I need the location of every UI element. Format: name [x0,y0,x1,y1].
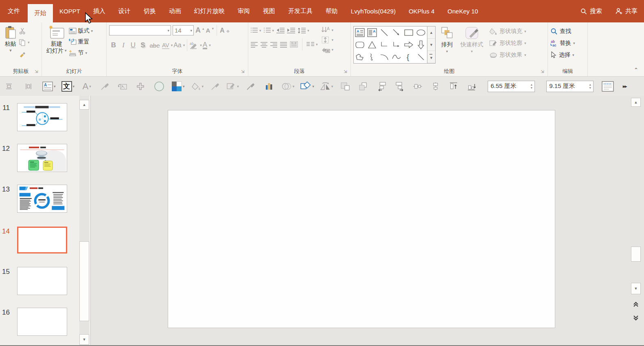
panel-scroll-thumb[interactable] [79,241,89,321]
combine-shapes-button[interactable]: ▾ [300,80,314,93]
tab-review[interactable]: 审阅 [231,0,256,22]
shape-effects-button[interactable]: 形状效果 ▾ [489,50,526,60]
increase-indent-button[interactable] [287,25,295,36]
shape-height-spinner[interactable]: ▲▼ [589,83,593,90]
strikethrough-button[interactable]: abe [148,42,161,49]
shape-elbow-arrow-connector[interactable] [390,39,403,51]
theme-colors-button[interactable]: ▾ [171,80,185,93]
format-painter-button[interactable] [19,48,30,59]
shape-curve[interactable] [390,51,403,63]
highlight-color-button[interactable]: ab ▾ [189,40,202,51]
character-spacing-button[interactable]: AV ▾ [162,40,173,51]
slide-thumbnail-14-selected[interactable] [17,227,67,253]
canvas-scroll-thumb[interactable] [631,247,641,262]
shape-right-arrow[interactable] [403,39,415,51]
tab-design[interactable]: 设计 [112,0,137,22]
tab-slideshow[interactable]: 幻灯片放映 [188,0,231,22]
align-left-button[interactable] [251,42,258,47]
paste-button[interactable]: 粘贴 ▼ [2,24,19,59]
anchor-cross-button[interactable] [135,80,146,93]
shape-scribble[interactable] [366,51,378,63]
textbox-style-button[interactable] [602,80,614,93]
tab-home[interactable]: 开始 [28,4,53,22]
circle-tool-button[interactable] [153,80,165,93]
shape-outline-button[interactable]: 形状轮廓 ▾ [489,38,526,48]
line-spacing-button[interactable]: ▾ [298,25,309,36]
slide-thumbnail-13[interactable] [17,185,67,213]
toolbar-overflow-button[interactable]: ▸▸ [619,80,630,93]
columns-button[interactable]: ▾ [307,39,318,50]
shape-triangle[interactable] [366,39,378,51]
align-center-h-button[interactable] [3,80,15,93]
eyedropper-2-button[interactable] [209,80,221,93]
canvas-scroll-track[interactable] [631,98,641,297]
convert-smartart-button[interactable]: ▾ [321,46,334,54]
replace-button[interactable]: abac 替换 ▾ [550,38,586,48]
underline-button[interactable]: U [129,41,138,49]
shape-line[interactable] [378,26,390,39]
distribute-button[interactable] [290,39,298,50]
fill-bucket-button[interactable]: ▾ [191,80,204,93]
paste-as-picture-button[interactable] [117,80,128,93]
cut-button[interactable] [19,26,30,36]
font-color-button[interactable]: A ▾ [203,40,211,51]
share-button[interactable]: 共享 [609,0,644,22]
shape-rounded-rectangle[interactable] [354,39,366,51]
tab-lvyhtools[interactable]: LvyhTools(0429) [344,0,402,22]
bold-button[interactable]: B [109,41,118,49]
panel-scrollbar[interactable]: ▲ ▼ [79,96,89,346]
font-style-a-button[interactable]: A ▾ [81,80,92,93]
shape-arrow[interactable] [390,26,403,39]
tab-transitions[interactable]: 切换 [137,0,162,22]
shrink-font-button[interactable]: A▾ [206,25,214,36]
shape-fill-button[interactable]: 形状填充 ▾ [489,26,526,36]
reset-button[interactable]: 重置 [69,37,93,47]
send-backward-button[interactable] [357,80,369,93]
slide-thumbnail-11[interactable] [17,103,67,131]
section-button[interactable]: 节 ▾ [69,48,93,58]
align-right-button[interactable] [270,42,277,47]
canvas-scroll-down-button[interactable]: ▼ [631,283,641,294]
justify-button[interactable] [280,42,287,47]
select-button[interactable]: 选择 ▾ [550,50,586,60]
next-slide-button[interactable] [633,315,639,321]
panel-scroll-down-button[interactable]: ▼ [79,334,89,345]
align-objects-left-button[interactable] [376,80,388,93]
bring-forward-button[interactable] [340,80,351,93]
slide-thumbnail-15[interactable] [17,267,67,295]
eyedropper-1-button[interactable] [99,80,110,93]
shape-textbox[interactable]: A [354,26,366,39]
tab-okplus[interactable]: OKPlus 4 [402,0,441,22]
canvas-scroll-up-button[interactable]: ▲ [631,98,641,107]
tab-view[interactable]: 视图 [256,0,282,22]
align-center-button[interactable] [261,42,267,47]
shape-width-field[interactable]: ▲▼ [488,81,535,92]
shape-elbow-connector[interactable] [378,39,390,51]
change-case-button[interactable]: Aa ▾ [173,40,185,51]
align-text-button[interactable]: ▾ [321,36,334,44]
align-top-button[interactable] [448,80,459,93]
clipboard-dialog-launcher[interactable]: ⇲ [35,70,39,75]
shape-arc[interactable] [378,51,390,63]
distribute-v-button[interactable] [430,80,441,93]
insert-textbox-button[interactable]: A ▾ [42,80,56,93]
font-dialog-launcher[interactable]: ⇲ [241,70,246,75]
outline-pen-button[interactable]: ▾ [226,80,239,93]
tab-help[interactable]: 帮助 [319,0,344,22]
drawing-dialog-launcher[interactable]: ⇲ [541,70,545,75]
merge-shapes-button[interactable]: ▾ [281,80,295,93]
text-shadow-button[interactable]: S [138,41,147,49]
chart-button[interactable] [263,80,275,93]
tab-onekey[interactable]: OneKey 10 [441,0,484,22]
shape-height-input[interactable] [547,82,582,91]
decrease-indent-button[interactable] [276,25,285,36]
shape-height-field[interactable]: ▲▼ [546,81,594,92]
collapse-ribbon-button[interactable]: ⌃ [634,67,638,73]
panel-scroll-up-button[interactable]: ▲ [79,100,89,110]
new-slide-button[interactable]: 新建 幻灯片▾ [44,24,69,58]
shape-down-arrow[interactable] [415,39,427,51]
find-button[interactable]: 查找 [550,26,586,36]
bullets-button[interactable]: ▾ [251,25,261,36]
copy-button[interactable]: ▾ [19,37,30,48]
tab-animations[interactable]: 动画 [162,0,188,22]
